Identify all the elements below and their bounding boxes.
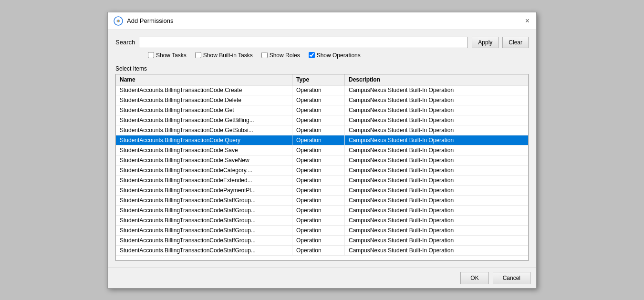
cell-name: StudentAccounts.BillingTransactionCode.S… — [116, 145, 292, 155]
table-body: StudentAccounts.BillingTransactionCode.C… — [116, 85, 528, 260]
cell-description: CampusNexus Student Built-In Operation — [345, 145, 528, 155]
cell-description: CampusNexus Student Built-In Operation — [345, 105, 528, 115]
dialog-body: Search Apply Clear Show Tasks Show Built… — [108, 30, 536, 268]
clear-button[interactable]: Clear — [502, 37, 529, 48]
cell-type: Operation — [292, 196, 345, 205]
ok-button[interactable]: OK — [460, 272, 488, 284]
search-label: Search — [115, 39, 135, 46]
show-operations-label: Show Operations — [317, 52, 361, 59]
table-row[interactable]: StudentAccounts.BillingTransactionCodeSt… — [116, 206, 528, 216]
cell-name: StudentAccounts.BillingTransactionCode.G… — [116, 115, 292, 125]
show-builtin-tasks-checkbox[interactable]: Show Built-in Tasks — [195, 52, 253, 59]
cell-type: Operation — [292, 216, 345, 225]
table-row[interactable]: StudentAccounts.BillingTransactionCodeEx… — [116, 176, 528, 186]
cell-type: Operation — [292, 105, 345, 115]
app-icon — [114, 16, 123, 26]
show-builtin-tasks-label: Show Built-in Tasks — [203, 52, 253, 59]
table-row[interactable]: StudentAccounts.BillingTransactionCode.G… — [116, 105, 528, 115]
cell-description: CampusNexus Student Built-In Operation — [345, 115, 528, 125]
title-bar: Add Permissions × — [108, 12, 536, 30]
cell-type: Operation — [292, 135, 345, 145]
cell-type: Operation — [292, 176, 345, 185]
table-header: Name Type Description — [116, 74, 528, 85]
table-row[interactable]: StudentAccounts.BillingTransactionCode.G… — [116, 115, 528, 125]
table-row[interactable]: StudentAccounts.BillingTransactionCode.Q… — [116, 135, 528, 145]
table-row[interactable]: StudentAccounts.BillingTransactionCodeSt… — [116, 196, 528, 206]
search-input[interactable] — [139, 37, 468, 48]
table-row[interactable]: StudentAccounts.BillingTransactionCodeSt… — [116, 246, 528, 256]
cell-description: CampusNexus Student Built-In Operation — [345, 226, 528, 235]
show-operations-checkbox[interactable]: Show Operations — [309, 52, 361, 59]
cell-name: StudentAccounts.BillingTransactionCode.C… — [116, 85, 292, 95]
table-row[interactable]: StudentAccounts.BillingTransactionCode.S… — [116, 155, 528, 166]
cell-name: StudentAccounts.BillingTransactionCode.D… — [116, 95, 292, 105]
title-bar-left: Add Permissions — [114, 16, 174, 26]
cell-type: Operation — [292, 145, 345, 155]
cell-type: Operation — [292, 246, 345, 255]
table-row[interactable]: StudentAccounts.BillingTransactionCodePa… — [116, 186, 528, 196]
cell-description: CampusNexus Student Built-In Operation — [345, 236, 528, 245]
cell-name: StudentAccounts.BillingTransactionCode.Q… — [116, 135, 292, 145]
cell-description: CampusNexus Student Built-In Operation — [345, 216, 528, 225]
show-tasks-input[interactable] — [148, 52, 154, 58]
cell-description: CampusNexus Student Built-In Operation — [345, 95, 528, 105]
show-tasks-checkbox[interactable]: Show Tasks — [148, 52, 187, 59]
cell-name: StudentAccounts.BillingTransactionCodeEx… — [116, 176, 292, 185]
show-builtin-tasks-input[interactable] — [195, 52, 201, 58]
cell-type: Operation — [292, 236, 345, 245]
cell-description: CampusNexus Student Built-In Operation — [345, 206, 528, 215]
add-permissions-dialog: Add Permissions × Search Apply Clear Sho… — [107, 12, 537, 289]
cell-description: CampusNexus Student Built-In Operation — [345, 125, 528, 135]
cell-name: StudentAccounts.BillingTransactionCodeSt… — [116, 196, 292, 205]
cell-description: CampusNexus Student Built-In Operation — [345, 166, 528, 175]
cell-name: StudentAccounts.BillingTransactionCodeSt… — [116, 236, 292, 245]
cell-type: Operation — [292, 95, 345, 105]
close-button[interactable]: × — [524, 17, 530, 25]
search-row: Search Apply Clear — [115, 37, 529, 48]
table-row[interactable]: StudentAccounts.BillingTransactionCode.C… — [116, 85, 528, 95]
col-header-description: Description — [345, 74, 528, 85]
cell-name: StudentAccounts.BillingTransactionCodePa… — [116, 186, 292, 195]
table-container: Name Type Description StudentAccounts.Bi… — [115, 74, 529, 261]
cell-type: Operation — [292, 115, 345, 125]
cell-name: StudentAccounts.BillingTransactionCodeSt… — [116, 226, 292, 235]
show-tasks-label: Show Tasks — [156, 52, 187, 59]
col-header-name: Name — [116, 74, 292, 85]
cell-description: CampusNexus Student Built-In Operation — [345, 176, 528, 185]
cell-type: Operation — [292, 166, 345, 175]
cell-name: StudentAccounts.BillingTransactionCodeSt… — [116, 206, 292, 215]
cell-type: Operation — [292, 186, 345, 195]
cell-type: Operation — [292, 155, 345, 165]
cell-name: StudentAccounts.BillingTransactionCode.G… — [116, 105, 292, 115]
show-roles-checkbox[interactable]: Show Roles — [261, 52, 300, 59]
cell-name: StudentAccounts.BillingTransactionCode.G… — [116, 125, 292, 135]
table-row[interactable]: StudentAccounts.BillingTransactionCode.D… — [116, 95, 528, 105]
show-roles-input[interactable] — [261, 52, 268, 58]
select-items-label: Select Items — [115, 65, 529, 72]
cell-type: Operation — [292, 226, 345, 235]
cell-type: Operation — [292, 206, 345, 215]
cell-type: Operation — [292, 125, 345, 135]
apply-button[interactable]: Apply — [472, 37, 499, 48]
cell-name: StudentAccounts.BillingTransactionCodeSt… — [116, 216, 292, 225]
table-row[interactable]: StudentAccounts.BillingTransactionCodeSt… — [116, 216, 528, 226]
cancel-button[interactable]: Cancel — [493, 272, 530, 284]
table-row[interactable]: StudentAccounts.BillingTransactionCodeSt… — [116, 236, 528, 246]
cell-description: CampusNexus Student Built-In Operation — [345, 85, 528, 95]
dialog-footer: OK Cancel — [108, 268, 536, 288]
cell-description: CampusNexus Student Built-In Operation — [345, 186, 528, 195]
table-row[interactable]: StudentAccounts.BillingTransactionCode.G… — [116, 125, 528, 135]
dialog-title: Add Permissions — [127, 17, 174, 24]
checkboxes-row: Show Tasks Show Built-in Tasks Show Role… — [148, 52, 529, 59]
cell-description: CampusNexus Student Built-In Operation — [345, 196, 528, 205]
show-operations-input[interactable] — [309, 52, 315, 58]
cell-type: Operation — [292, 85, 345, 95]
table-row[interactable]: StudentAccounts.BillingTransactionCode.S… — [116, 145, 528, 155]
table-row[interactable]: StudentAccounts.BillingTransactionCodeCa… — [116, 166, 528, 176]
cell-description: CampusNexus Student Built-In Operation — [345, 135, 528, 145]
table-row[interactable]: StudentAccounts.BillingTransactionCodeSt… — [116, 226, 528, 236]
cell-name: StudentAccounts.BillingTransactionCodeSt… — [116, 246, 292, 255]
col-header-type: Type — [292, 74, 345, 85]
cell-name: StudentAccounts.BillingTransactionCode.S… — [116, 155, 292, 165]
show-roles-label: Show Roles — [270, 52, 300, 59]
